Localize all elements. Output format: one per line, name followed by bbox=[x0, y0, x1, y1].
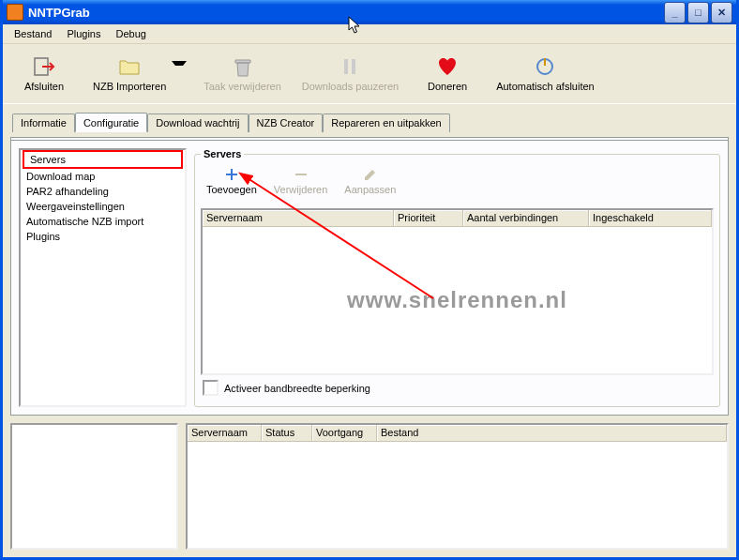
toolbar-label: Afsluiten bbox=[24, 81, 64, 92]
toolbar-label: Taak verwijderen bbox=[204, 81, 281, 92]
afsluiten-button[interactable]: Afsluiten bbox=[10, 53, 78, 94]
titlebar: NNTPGrab _ □ ✕ bbox=[3, 0, 736, 24]
bottom-left-panel bbox=[10, 423, 178, 550]
menu-debug[interactable]: Debug bbox=[108, 26, 153, 41]
menubar: Bestand Plugins Debug bbox=[3, 24, 736, 44]
taak-verwijderen-button[interactable]: Taak verwijderen bbox=[198, 53, 287, 94]
trash-icon bbox=[232, 55, 254, 78]
toolbar: Afsluiten NZB Importeren Taak verwijdere… bbox=[3, 44, 736, 104]
col-btm-status[interactable]: Status bbox=[262, 425, 312, 442]
sidebar-item-plugins[interactable]: Plugins bbox=[21, 229, 185, 244]
col-btm-bestand[interactable]: Bestand bbox=[377, 425, 727, 442]
servers-fieldset: Servers Toevoegen Verwijderen bbox=[194, 148, 720, 407]
automatisch-afsluiten-button[interactable]: Automatisch afsluiten bbox=[490, 53, 600, 94]
plus-icon bbox=[224, 167, 239, 182]
col-prioriteit[interactable]: Prioriteit bbox=[394, 210, 463, 227]
table-body: www.snelrennen.nl bbox=[203, 227, 712, 373]
minus-icon bbox=[294, 167, 309, 182]
exit-icon bbox=[33, 55, 55, 78]
sidebar-item-par2[interactable]: PAR2 afhandeling bbox=[21, 184, 185, 199]
window-title: NNTPGrab bbox=[28, 6, 662, 20]
maximize-button[interactable]: □ bbox=[687, 2, 709, 23]
bandbreedte-checkbox[interactable] bbox=[203, 380, 219, 396]
app-icon bbox=[7, 4, 23, 21]
bottom-right-panel: Servernaam Status Voortgang Bestand bbox=[186, 423, 729, 550]
button-label: Verwijderen bbox=[274, 184, 327, 195]
tab-strip: Informatie Configuratie Download wachtri… bbox=[12, 111, 729, 129]
toevoegen-button[interactable]: Toevoegen bbox=[206, 167, 257, 206]
edit-icon bbox=[363, 167, 378, 182]
tab-configuratie[interactable]: Configuratie bbox=[75, 113, 147, 132]
button-label: Aanpassen bbox=[344, 184, 396, 195]
sidebar-item-download-map[interactable]: Download map bbox=[21, 169, 185, 184]
menu-bestand[interactable]: Bestand bbox=[7, 26, 59, 41]
minimize-button[interactable]: _ bbox=[664, 2, 686, 23]
tab-download-wachtrij[interactable]: Download wachtrij bbox=[147, 114, 248, 132]
verwijderen-button[interactable]: Verwijderen bbox=[274, 167, 327, 206]
toolbar-label: NZB Importeren bbox=[93, 81, 166, 92]
checkbox-label: Activeer bandbreedte beperking bbox=[224, 383, 370, 394]
sidebar-item-autoimport[interactable]: Automatische NZB import bbox=[21, 214, 185, 229]
col-ingeschakeld[interactable]: Ingeschakeld bbox=[589, 210, 712, 227]
nzb-importeren-button[interactable]: NZB Importeren bbox=[87, 53, 172, 94]
aanpassen-button[interactable]: Aanpassen bbox=[344, 167, 396, 206]
button-label: Toevoegen bbox=[206, 184, 257, 195]
svg-rect-1 bbox=[344, 59, 348, 74]
config-sidebar: Servers Download map PAR2 afhandeling We… bbox=[19, 148, 187, 407]
sidebar-item-weergave[interactable]: Weergaveinstellingen bbox=[21, 199, 185, 214]
power-icon bbox=[534, 55, 556, 78]
svg-rect-2 bbox=[352, 59, 355, 74]
toolbar-label: Automatisch afsluiten bbox=[496, 81, 595, 92]
close-window-button[interactable]: ✕ bbox=[711, 2, 732, 23]
servers-legend: Servers bbox=[201, 148, 244, 159]
tab-repareren[interactable]: Repareren en uitpakken bbox=[323, 114, 449, 132]
col-btm-servernaam[interactable]: Servernaam bbox=[188, 425, 262, 442]
watermark-text: www.snelrennen.nl bbox=[347, 287, 567, 313]
svg-rect-4 bbox=[544, 58, 546, 66]
doneren-button[interactable]: Doneren bbox=[414, 53, 481, 94]
col-btm-voortgang[interactable]: Voortgang bbox=[312, 425, 377, 442]
toolbar-label: Downloads pauzeren bbox=[302, 81, 399, 92]
tab-informatie[interactable]: Informatie bbox=[12, 114, 75, 132]
tab-nzb-creator[interactable]: NZB Creator bbox=[249, 114, 324, 132]
col-servernaam[interactable]: Servernaam bbox=[203, 210, 394, 227]
pause-icon bbox=[339, 55, 361, 78]
svg-rect-5 bbox=[295, 174, 307, 175]
folder-icon bbox=[118, 55, 141, 78]
sidebar-item-servers[interactable]: Servers bbox=[23, 150, 183, 169]
col-verbindingen[interactable]: Aantal verbindingen bbox=[463, 210, 589, 227]
toolbar-label: Doneren bbox=[428, 81, 467, 92]
downloads-pauzeren-button[interactable]: Downloads pauzeren bbox=[296, 53, 404, 94]
servers-table: Servernaam Prioriteit Aantal verbindinge… bbox=[201, 208, 714, 375]
chevron-down-icon[interactable] bbox=[172, 61, 187, 73]
menu-plugins[interactable]: Plugins bbox=[59, 26, 108, 41]
heart-icon bbox=[436, 55, 459, 78]
